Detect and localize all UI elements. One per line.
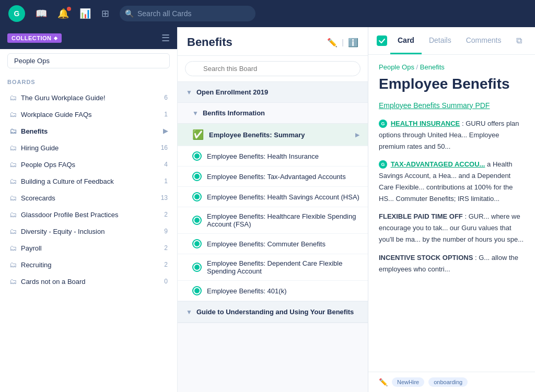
board-folder-icon: 🗂 bbox=[9, 227, 17, 235]
divider: | bbox=[342, 38, 344, 46]
stock-options-heading: INCENTIVE STOCK OPTIONS bbox=[379, 254, 473, 262]
layers-icon[interactable]: ⊞ bbox=[101, 8, 109, 19]
section-guide-benefits-header[interactable]: ▼ Guide to Understanding and Using Your … bbox=[178, 302, 368, 323]
tax-advantaged-link[interactable]: TAX-ADVANTAGED ACCOU... bbox=[391, 160, 485, 168]
sidebar-item-workplace-guide-faqs[interactable]: 🗂 Workplace Guide FAQs 1 bbox=[7, 106, 170, 123]
sidebar-item-scorecards[interactable]: 🗂 Scorecards 13 bbox=[7, 189, 170, 206]
card-bottom-bar: ✏️ NewHire onboarding bbox=[368, 372, 535, 392]
section-collapse-icon: ▼ bbox=[186, 308, 192, 316]
board-folder-icon: 🗂 bbox=[9, 260, 17, 269]
sidebar: COLLECTION ◆ ☰ People Ops BOARDS 🗂 The G… bbox=[0, 27, 178, 392]
tag-icon[interactable]: 🏷 bbox=[530, 27, 535, 54]
section-guide-benefits-title: Guide to Understanding and Using Your Be… bbox=[196, 308, 354, 316]
guru-logo[interactable]: G bbox=[8, 5, 25, 22]
collection-tab[interactable]: People Ops bbox=[7, 53, 170, 68]
card-stock-options-section: INCENTIVE STOCK OPTIONS : G... allow the… bbox=[379, 252, 525, 275]
section-open-enrollment: ▼ Open Enrollment 2019 ▼ Benfits Informa… bbox=[178, 82, 368, 302]
board-folder-icon: 🗂 bbox=[9, 244, 17, 252]
bell-icon[interactable]: 🔔 bbox=[57, 8, 69, 19]
tag-newhire[interactable]: NewHire bbox=[392, 377, 424, 387]
edit-tag-icon[interactable]: ✏️ bbox=[379, 378, 388, 386]
board-folder-icon: 🗂 bbox=[9, 144, 17, 152]
guru-inline-logo: G bbox=[379, 160, 387, 169]
board-content: ▼ Open Enrollment 2019 ▼ Benfits Informa… bbox=[178, 82, 368, 392]
sidebar-item-people-ops-faqs[interactable]: 🗂 People Ops FAQs 4 bbox=[7, 156, 170, 173]
tag-onboarding[interactable]: onboarding bbox=[428, 377, 468, 387]
breadcrumb-separator: / bbox=[416, 63, 420, 71]
tab-comments[interactable]: Comments bbox=[459, 28, 509, 54]
tab-card[interactable]: Card bbox=[390, 28, 422, 54]
right-panel: Card Details Comments ⧉ 🏷 ♡ People Ops /… bbox=[368, 27, 535, 392]
right-side-toolbar-icons: ⧉ 🏷 ♡ bbox=[509, 27, 535, 54]
board-title: Benefits bbox=[187, 35, 232, 49]
card-check-circle-icon bbox=[192, 239, 202, 248]
diamond-icon: ◆ bbox=[54, 35, 58, 41]
card-check-circle-icon bbox=[192, 216, 202, 225]
svg-rect-0 bbox=[377, 35, 387, 46]
subsection-collapse-icon: ▼ bbox=[192, 110, 199, 117]
sidebar-item-diversity[interactable]: 🗂 Diversity - Equity - Inclusion 9 bbox=[7, 223, 170, 240]
info-icon[interactable]: ℹ️ bbox=[348, 38, 358, 47]
edit-icon[interactable]: ✏️ bbox=[327, 38, 338, 47]
card-list-benefits-info: ▼ Benfits Information ✅ Employee Benefit… bbox=[178, 103, 368, 301]
card-item-commuter[interactable]: Employee Benefits: Commuter Benefits bbox=[178, 234, 368, 254]
center-header-icons: ✏️ | ℹ️ bbox=[327, 38, 358, 47]
copy-icon[interactable]: ⧉ bbox=[509, 27, 528, 54]
card-item-hsa[interactable]: Employee Benefits: Health Savings Accoun… bbox=[178, 187, 368, 207]
verify-button[interactable] bbox=[377, 27, 387, 54]
card-item-fsa[interactable]: Employee Benefits: Healthcare Flexible S… bbox=[178, 207, 368, 234]
sidebar-item-cards-not-on-board[interactable]: 🗂 Cards not on a Board 0 bbox=[7, 273, 170, 290]
boards-label: BOARDS bbox=[7, 73, 170, 89]
card-flexible-pto-section: FLEXIBLE PAID TIME OFF : GUR... where we… bbox=[379, 211, 525, 245]
board-arrow-icon: ▶ bbox=[163, 127, 168, 135]
card-check-circle-icon bbox=[192, 192, 202, 201]
breadcrumb-board-link[interactable]: Benefits bbox=[420, 63, 445, 71]
sidebar-item-hiring-guide[interactable]: 🗂 Hiring Guide 16 bbox=[7, 139, 170, 156]
card-main-title: Employee Benefits bbox=[379, 75, 525, 93]
card-check-circle-icon bbox=[192, 263, 202, 272]
book-icon[interactable]: 📖 bbox=[36, 8, 47, 19]
nav-search-icon: 🔍 bbox=[125, 9, 134, 18]
card-check-icon: ✅ bbox=[192, 129, 204, 140]
verify-checkmark-icon bbox=[377, 35, 387, 46]
card-item-employee-benefits-summary[interactable]: ✅ Employee Benefits: Summary ▶ bbox=[178, 124, 368, 146]
right-tabs: Card Details Comments bbox=[390, 28, 508, 54]
board-folder-icon: 🗂 bbox=[9, 127, 17, 135]
flexible-pto-heading: FLEXIBLE PAID TIME OFF bbox=[379, 212, 463, 220]
board-folder-icon: 🗂 bbox=[9, 93, 17, 102]
board-search-input[interactable] bbox=[185, 61, 360, 76]
board-search-bar: 🔍 bbox=[178, 56, 368, 82]
card-item-tax-advantaged[interactable]: Employee Benefits: Tax-Advantaged Accoun… bbox=[178, 167, 368, 187]
sidebar-item-payroll[interactable]: 🗂 Payroll 2 bbox=[7, 240, 170, 256]
breadcrumb: People Ops / Benefits bbox=[379, 63, 525, 71]
card-item-401k[interactable]: Employee Benefits: 401(k) bbox=[178, 281, 368, 301]
board-folder-icon: 🗂 bbox=[9, 177, 17, 185]
right-card-content: People Ops / Benefits Employee Benefits … bbox=[368, 55, 535, 372]
sidebar-collapse-button[interactable]: ☰ bbox=[161, 32, 170, 44]
breadcrumb-collection-link[interactable]: People Ops bbox=[379, 63, 414, 71]
sidebar-item-glassdoor[interactable]: 🗂 Glassdoor Profile Best Practices 2 bbox=[7, 206, 170, 223]
subsection-benefits-info-header[interactable]: ▼ Benfits Information bbox=[178, 103, 368, 124]
board-folder-icon: 🗂 bbox=[9, 110, 17, 118]
sidebar-item-recruiting[interactable]: 🗂 Recruiting 2 bbox=[7, 256, 170, 273]
card-pdf-link[interactable]: Employee Benefits Summary PDF bbox=[379, 101, 525, 110]
card-item-health-insurance[interactable]: Employee Benefits: Health Insurance bbox=[178, 146, 368, 167]
sidebar-header: COLLECTION ◆ ☰ bbox=[0, 27, 177, 49]
sidebar-item-benefits[interactable]: 🗂 Benefits ▶ bbox=[7, 123, 170, 139]
sidebar-item-building-culture[interactable]: 🗂 Building a Culture of Feedback 1 bbox=[7, 173, 170, 189]
subsection-benefits-info-title: Benfits Information bbox=[203, 109, 265, 117]
chart-icon[interactable]: 📊 bbox=[79, 8, 91, 19]
section-guide-benefits: ▼ Guide to Understanding and Using Your … bbox=[178, 302, 368, 323]
card-check-circle-icon bbox=[192, 172, 202, 181]
health-insurance-link[interactable]: HEALTH INSURANCE bbox=[391, 120, 460, 127]
card-check-circle-icon bbox=[192, 286, 202, 295]
sidebar-item-guru-workplace-guide[interactable]: 🗂 The Guru Workplace Guide! 6 bbox=[7, 89, 170, 106]
global-search-input[interactable] bbox=[120, 6, 255, 21]
center-header: Benefits ✏️ | ℹ️ bbox=[178, 27, 368, 56]
boards-section: BOARDS 🗂 The Guru Workplace Guide! 6 🗂 W… bbox=[0, 73, 177, 290]
card-item-dependent-care[interactable]: Employee Benefits: Dependent Care Flexib… bbox=[178, 254, 368, 281]
tab-details[interactable]: Details bbox=[422, 28, 459, 54]
board-folder-icon: 🗂 bbox=[9, 277, 17, 286]
section-open-enrollment-header[interactable]: ▼ Open Enrollment 2019 bbox=[178, 82, 368, 103]
top-navigation: G 📖 🔔 📊 ⊞ 🔍 bbox=[0, 0, 535, 27]
